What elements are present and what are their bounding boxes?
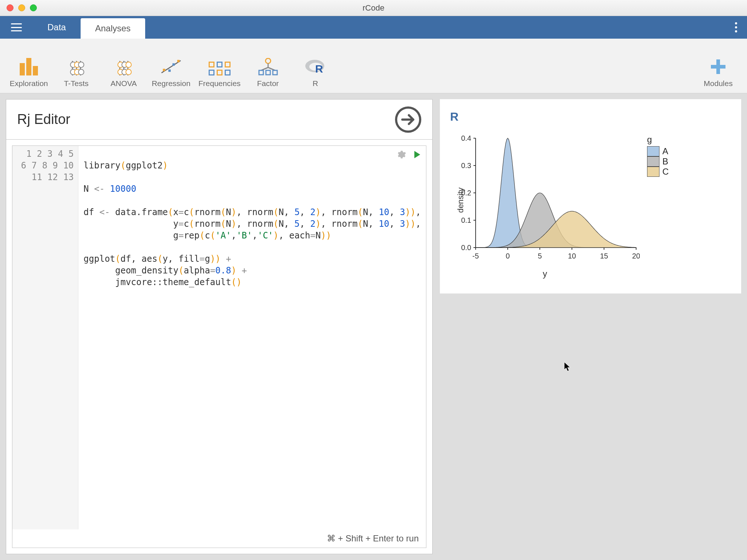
editor-panel-header: Rj Editor xyxy=(6,100,432,140)
ribbon-regression[interactable]: Regression xyxy=(147,44,195,88)
ribbon-label: T-Tests xyxy=(64,79,89,88)
ribbon-exploration[interactable]: Exploration xyxy=(5,44,53,88)
swatch-icon xyxy=(647,156,659,167)
tab-analyses[interactable]: Analyses xyxy=(81,18,145,39)
y-axis-label: density xyxy=(456,187,465,213)
ribbon-label: Exploration xyxy=(9,79,48,88)
hamburger-icon xyxy=(11,23,22,31)
settings-button[interactable] xyxy=(396,149,406,161)
menu-button[interactable] xyxy=(0,16,33,39)
svg-text:-5: -5 xyxy=(472,252,479,260)
ribbon-label: Regression xyxy=(152,79,190,88)
plus-icon xyxy=(707,57,729,75)
run-button[interactable] xyxy=(414,150,421,160)
svg-text:0: 0 xyxy=(506,252,510,260)
close-icon[interactable] xyxy=(7,4,13,11)
editor-hint: ⌘ + Shift + Enter to run xyxy=(12,529,426,548)
svg-text:20: 20 xyxy=(632,252,640,260)
bars-icon xyxy=(18,57,40,75)
svg-text:15: 15 xyxy=(600,252,608,260)
code-content[interactable]: library(ggplot2) N <- 10000 df <- data.f… xyxy=(78,146,426,529)
minimize-icon[interactable] xyxy=(18,4,25,11)
titlebar: rCode xyxy=(0,0,747,16)
svg-rect-11 xyxy=(266,70,270,75)
window-title: rCode xyxy=(0,3,747,13)
svg-text:0.3: 0.3 xyxy=(461,162,471,170)
window-controls xyxy=(0,4,37,11)
svg-rect-3 xyxy=(173,63,175,66)
factor-icon xyxy=(257,57,279,75)
line-gutter: 1 2 3 4 5 6 7 8 9 10 11 12 13 xyxy=(12,146,78,529)
svg-text:R: R xyxy=(315,63,323,75)
ribbon-label: R xyxy=(313,79,318,88)
ribbon-modules[interactable]: Modules xyxy=(694,44,742,88)
svg-text:10: 10 xyxy=(568,252,576,260)
ribbon-label: Modules xyxy=(704,79,732,88)
plot-svg: 0.00.10.20.30.4-505101520 xyxy=(450,135,640,266)
svg-rect-1 xyxy=(163,69,166,71)
svg-text:5: 5 xyxy=(538,252,542,260)
frequencies-icon xyxy=(209,62,231,75)
hint-text: ⌘ + Shift + Enter to run xyxy=(327,533,419,544)
run-arrow-button[interactable] xyxy=(395,106,421,133)
r-logo-icon: R xyxy=(305,57,326,75)
svg-point-5 xyxy=(266,58,271,63)
output-title: R xyxy=(450,110,731,124)
tab-label: Analyses xyxy=(95,23,131,34)
tab-label: Data xyxy=(47,22,66,32)
panel-title: Rj Editor xyxy=(17,112,70,127)
analysis-ribbon: Exploration T-Tests ANOVA Regression xyxy=(0,39,747,93)
regression-icon xyxy=(160,57,182,75)
legend-item-c: C xyxy=(647,167,669,177)
x-axis-label: y xyxy=(543,269,547,279)
legend-item-a: A xyxy=(647,146,669,156)
ribbon-label: Factor xyxy=(257,79,279,88)
kebab-icon xyxy=(735,22,737,32)
editor-panel: Rj Editor 1 2 3 4 5 6 7 8 9 10 11 12 13 … xyxy=(6,99,433,554)
overflow-menu-button[interactable] xyxy=(725,16,747,39)
legend-title: g xyxy=(647,135,669,145)
code-editor[interactable]: 1 2 3 4 5 6 7 8 9 10 11 12 13 library(gg… xyxy=(12,145,426,548)
ttest-icon xyxy=(65,57,87,75)
tab-data[interactable]: Data xyxy=(33,16,81,39)
svg-text:0.1: 0.1 xyxy=(461,216,471,224)
ribbon-ttests[interactable]: T-Tests xyxy=(53,44,100,88)
ribbon-r[interactable]: R R xyxy=(292,44,339,88)
output-panel: R density 0.00.10.20.30.4-505101520 y g … xyxy=(440,99,741,554)
density-plot: density 0.00.10.20.30.4-505101520 y g A … xyxy=(450,135,731,279)
maximize-icon[interactable] xyxy=(30,4,37,11)
svg-rect-17 xyxy=(711,65,725,69)
ribbon-frequencies[interactable]: Frequencies xyxy=(195,44,244,88)
anova-icon xyxy=(113,57,135,75)
svg-rect-2 xyxy=(169,69,171,72)
workspace: Rj Editor 1 2 3 4 5 6 7 8 9 10 11 12 13 … xyxy=(0,93,747,560)
ribbon-label: ANOVA xyxy=(111,79,137,88)
editor-toolbar xyxy=(396,149,421,161)
ribbon-factor[interactable]: Factor xyxy=(244,44,292,88)
legend: g A B C xyxy=(647,135,669,177)
svg-text:0.4: 0.4 xyxy=(461,135,471,142)
svg-text:0.0: 0.0 xyxy=(461,244,471,252)
swatch-icon xyxy=(647,146,659,156)
output-card: R density 0.00.10.20.30.4-505101520 y g … xyxy=(440,99,741,293)
top-tab-bar: Data Analyses xyxy=(0,16,747,39)
mouse-cursor-icon xyxy=(564,362,571,372)
legend-item-b: B xyxy=(647,156,669,167)
ribbon-anova[interactable]: ANOVA xyxy=(100,44,147,88)
ribbon-label: Frequencies xyxy=(198,79,241,88)
svg-rect-4 xyxy=(177,60,180,62)
swatch-icon xyxy=(647,167,659,177)
